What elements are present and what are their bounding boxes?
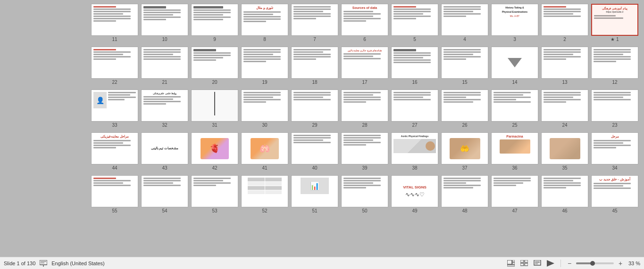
svg-rect-6	[512, 262, 515, 264]
language-info: English (United States)	[51, 261, 105, 266]
slide-item-31[interactable]: 31	[191, 90, 238, 128]
svg-rect-9	[525, 260, 528, 262]
status-right: − + 33 %	[506, 259, 640, 268]
slideshow-button[interactable]	[545, 259, 556, 268]
reading-view-button[interactable]	[532, 259, 543, 268]
svg-rect-11	[525, 263, 528, 266]
slide-row-3: 👤 33 روابط علمی علم پزشکی	[6, 90, 638, 128]
slide-item-36[interactable]: Parmacina 36	[491, 132, 538, 171]
slide-item-35[interactable]: 35	[541, 132, 588, 171]
svg-rect-7	[507, 265, 515, 266]
slide-item-44[interactable]: مراحل معاینه فیزیکی 44	[91, 132, 138, 171]
slide-item-45[interactable]: آموزش - خلق جدید ب 45	[591, 175, 638, 213]
svg-rect-8	[520, 260, 524, 262]
slide-item-40[interactable]: 40	[291, 132, 338, 171]
slide-item-28[interactable]: 28	[341, 90, 388, 128]
zoom-in-button[interactable]: +	[617, 260, 624, 267]
slide-sorter-button[interactable]	[519, 259, 529, 268]
slide-item-13[interactable]: 13	[541, 47, 588, 85]
svg-rect-4	[507, 260, 512, 264]
slide-item-16[interactable]: 16	[391, 47, 438, 85]
slide-item-37[interactable]: 🤲 37	[441, 132, 488, 171]
slide-row-2: 22 21	[6, 47, 638, 85]
slide-item-24[interactable]: 24	[541, 90, 588, 128]
slide-item-33[interactable]: 👤 33	[91, 90, 138, 128]
slide-item-1[interactable]: پیام آموزشی فرهنگی https://peiradie.ir ★…	[591, 4, 638, 42]
slide-item-51[interactable]: 📊 51	[291, 175, 338, 213]
slide-item-14[interactable]: 14	[491, 47, 538, 85]
slide-item-41[interactable]: 🫁 41	[241, 132, 288, 171]
status-left: Slide 1 of 130 English (United States)	[4, 259, 105, 268]
slide-panel[interactable]: 11 10	[0, 0, 644, 257]
zoom-out-button[interactable]: −	[566, 260, 573, 267]
slide-row-5: 55 54	[6, 175, 638, 213]
slide-item-12[interactable]: 12	[591, 47, 638, 85]
slide-item-3[interactable]: History Taking & Physical Examinations M…	[491, 4, 538, 42]
slide-item-23[interactable]: 23	[591, 90, 638, 128]
slide-item-25[interactable]: 25	[491, 90, 538, 128]
slide-item-42[interactable]: 🫀 42	[191, 132, 238, 171]
slide-item-2[interactable]: 2	[541, 4, 588, 42]
svg-rect-0	[40, 260, 47, 265]
slide-item-22[interactable]: 22	[91, 47, 138, 85]
slide-item-32[interactable]: روابط علمی علم پزشکی 32	[141, 90, 188, 128]
svg-marker-16	[547, 260, 554, 267]
slide-item-30[interactable]: 30	[241, 90, 288, 128]
slide-item-52[interactable]: 52	[241, 175, 288, 213]
slide-item-5[interactable]: 5	[391, 4, 438, 42]
zoom-slider[interactable]	[576, 262, 614, 264]
slide-item-21[interactable]: 21	[141, 47, 188, 85]
slide-item-47[interactable]: 47	[491, 175, 538, 213]
slide-item-48[interactable]: 48	[441, 175, 488, 213]
slide-item-55[interactable]: 55	[91, 175, 138, 213]
slide-item-17[interactable]: نشانه‌های شرح حال و معاینه بالین 17	[341, 47, 388, 85]
slide-item-8[interactable]: تئوری و مثال 8	[241, 4, 288, 42]
slide-item-50[interactable]: 50	[341, 175, 388, 213]
slide-item-43[interactable]: مشخصات تیم بالینی 43	[141, 132, 188, 171]
slide-item-7[interactable]: 7	[291, 4, 338, 42]
slide-item-11[interactable]: 11	[91, 4, 138, 42]
slide-row-4: مراحل معاینه فیزیکی 44 مشخصات تیم بالینی…	[6, 132, 638, 171]
slide-info: Slide 1 of 130	[4, 261, 35, 266]
slide-item-26[interactable]: 26	[441, 90, 488, 128]
svg-rect-10	[520, 263, 524, 266]
svg-rect-5	[512, 260, 515, 262]
slide-item-38[interactable]: Aortic Physical Findings 38	[391, 132, 438, 171]
slide-row-1: 11 10	[6, 4, 638, 42]
slide-item-27[interactable]: 27	[391, 90, 438, 128]
slide-item-15[interactable]: 15	[441, 47, 488, 85]
slide-item-54[interactable]: 54	[141, 175, 188, 213]
slide-item-34[interactable]: مرحل 34	[591, 132, 638, 171]
slide-item-10[interactable]: 10	[141, 4, 188, 42]
slide-item-4[interactable]: 4	[441, 4, 488, 42]
normal-view-button[interactable]	[506, 259, 516, 268]
zoom-percent[interactable]: 33 %	[627, 261, 640, 266]
slide-item-49[interactable]: VITAL SIGNS ∿∿∿♡ 49	[391, 175, 438, 213]
status-bar: Slide 1 of 130 English (United States)	[0, 257, 644, 269]
slide-notes-icon[interactable]	[39, 259, 48, 268]
slide-item-39[interactable]: 39	[341, 132, 388, 171]
slide-item-46[interactable]: 46	[541, 175, 588, 213]
slide-item-6[interactable]: Sources of data 6	[341, 4, 388, 42]
slide-item-29[interactable]: 29	[291, 90, 338, 128]
slide-item-20[interactable]: 20	[191, 47, 238, 85]
slide-item-19[interactable]: 19	[241, 47, 288, 85]
slide-item-53[interactable]: 53	[191, 175, 238, 213]
slide-item-18[interactable]: 18	[291, 47, 338, 85]
slide-item-9[interactable]: 9	[191, 4, 238, 42]
